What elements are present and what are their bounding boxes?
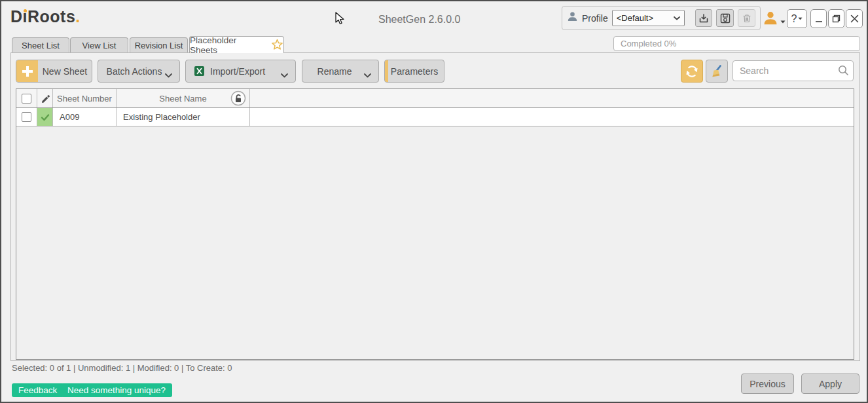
status-bar: Selected: 0 of 1 | Unmodified: 1 | Modif… xyxy=(12,363,232,373)
logo-text: D xyxy=(10,7,23,26)
profile-group: Profile <Default> xyxy=(562,6,761,30)
column-label: Sheet Number xyxy=(57,94,112,104)
parameters-label: Parameters xyxy=(391,66,438,77)
profile-import-button[interactable] xyxy=(695,9,713,27)
tab-label: Placeholder Sheets xyxy=(190,35,266,55)
orange-accent-bar xyxy=(385,60,388,82)
logo-period: . xyxy=(75,7,80,26)
profile-person-icon xyxy=(567,11,578,25)
profile-delete-button[interactable] xyxy=(738,9,755,27)
tab-label: View List xyxy=(82,41,117,50)
check-icon xyxy=(41,113,50,122)
tab-sheet-list[interactable]: Sheet List xyxy=(12,37,69,52)
sheet-name-value: Existing Placeholder xyxy=(123,112,200,122)
chevron-down-icon xyxy=(281,69,288,80)
import-icon xyxy=(698,12,710,24)
search-input[interactable] xyxy=(732,60,854,81)
table-header-row: Sheet Number Sheet Name xyxy=(16,89,854,108)
select-all-cell xyxy=(16,89,37,107)
apply-button[interactable]: Apply xyxy=(801,374,859,394)
chevron-down-icon xyxy=(165,69,172,80)
tab-label: Revision List xyxy=(135,41,183,50)
new-sheet-button[interactable]: New Sheet xyxy=(16,60,92,83)
sheet-number-value: A009 xyxy=(60,112,79,122)
chevron-down-icon xyxy=(798,17,803,20)
profile-select[interactable]: <Default> xyxy=(612,10,685,26)
table-row: A009 Existing Placeholder xyxy=(16,108,854,126)
sheet-name-cell[interactable]: Existing Placeholder xyxy=(117,108,250,126)
help-button[interactable]: ? xyxy=(787,9,807,28)
refresh-button[interactable] xyxy=(681,60,703,83)
clean-button[interactable] xyxy=(706,60,728,83)
user-account-button[interactable] xyxy=(763,10,786,26)
maximize-icon xyxy=(832,14,841,23)
sheet-number-header: Sheet Number xyxy=(53,89,117,107)
previous-button[interactable]: Previous xyxy=(741,374,794,394)
tab-placeholder-sheets[interactable]: Placeholder Sheets xyxy=(189,36,284,53)
tab-revision-list[interactable]: Revision List xyxy=(130,37,188,52)
logo-text-rest: Roots xyxy=(27,7,75,26)
search-icon xyxy=(838,65,849,79)
unlock-icon[interactable] xyxy=(230,90,246,108)
chevron-down-icon xyxy=(780,20,786,24)
progress-label: Completed 0% xyxy=(621,39,676,48)
rename-button[interactable]: Rename xyxy=(302,60,379,83)
chevron-down-icon xyxy=(364,69,371,80)
empty-column-header xyxy=(250,89,854,107)
empty-cell xyxy=(250,108,854,126)
new-sheet-label: New Sheet xyxy=(43,66,87,77)
sheets-table: Sheet Number Sheet Name A009 Existing Pl… xyxy=(16,88,854,360)
window-title: SheetGen 2.6.0.0 xyxy=(378,14,460,26)
need-something-unique-button[interactable]: Need something unique? xyxy=(61,383,172,397)
pencil-icon xyxy=(41,94,50,103)
sheet-name-header: Sheet Name xyxy=(117,89,250,107)
search-box xyxy=(732,60,854,81)
batch-actions-label: Batch Actions xyxy=(107,66,162,77)
batch-actions-button[interactable]: Batch Actions xyxy=(98,60,180,83)
broom-icon xyxy=(710,64,724,79)
refresh-icon xyxy=(685,64,699,79)
profile-selected-value: <Default> xyxy=(617,13,653,23)
trash-icon xyxy=(741,12,753,24)
minimize-button[interactable] xyxy=(810,9,827,28)
minimize-icon xyxy=(814,14,823,24)
excel-icon xyxy=(194,66,205,77)
help-label: ? xyxy=(791,13,797,25)
column-label: Sheet Name xyxy=(159,94,206,104)
profile-label: Profile xyxy=(582,13,608,24)
diroots-logo: DıRoots. xyxy=(10,7,81,26)
feedback-button[interactable]: Feedback xyxy=(12,383,63,397)
logo-i-orange-dot: ı xyxy=(23,7,27,26)
user-icon xyxy=(763,10,778,26)
tab-view-list[interactable]: View List xyxy=(70,37,128,52)
profile-save-button[interactable] xyxy=(716,9,734,27)
close-button[interactable] xyxy=(846,9,863,28)
import-export-label: Import/Export xyxy=(210,66,265,77)
edit-column-header xyxy=(37,89,53,107)
plus-icon xyxy=(16,60,38,82)
row-status-cell xyxy=(37,108,53,126)
import-export-button[interactable]: Import/Export xyxy=(185,60,296,83)
rename-label: Rename xyxy=(317,66,352,77)
sheet-number-cell[interactable]: A009 xyxy=(53,108,117,126)
tab-label: Sheet List xyxy=(22,41,60,50)
favorite-star-icon[interactable] xyxy=(271,39,283,51)
save-icon xyxy=(719,12,731,24)
parameters-button[interactable]: Parameters xyxy=(384,60,444,83)
progress-bar: Completed 0% xyxy=(613,36,860,51)
close-icon xyxy=(850,14,859,24)
row-select-cell xyxy=(16,108,37,126)
select-all-checkbox[interactable] xyxy=(22,94,31,104)
row-checkbox[interactable] xyxy=(22,112,31,122)
mouse-cursor-icon xyxy=(335,12,348,29)
maximize-button[interactable] xyxy=(828,9,844,28)
chevron-down-icon xyxy=(674,16,680,20)
